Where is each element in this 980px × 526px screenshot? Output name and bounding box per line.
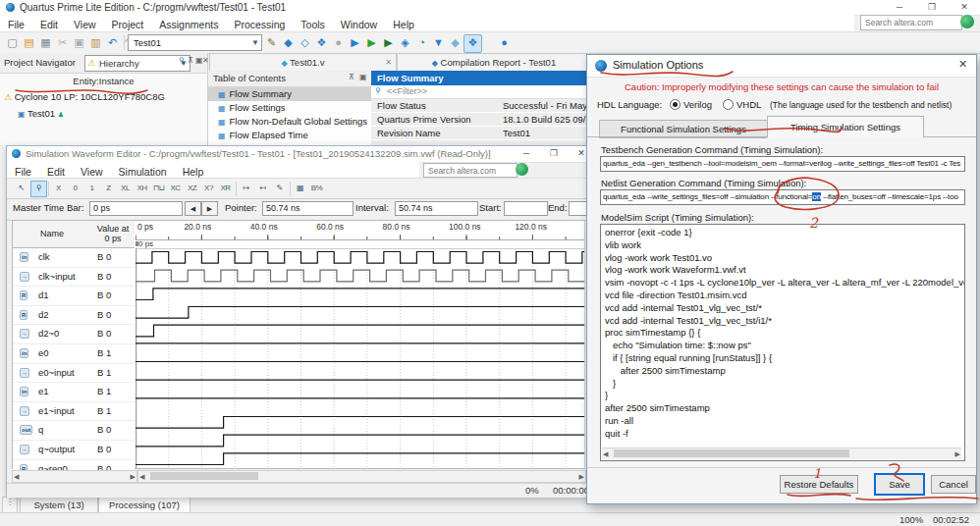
netlist-command-field[interactable]: quartus_eda --write_settings_files=off -… bbox=[600, 189, 965, 205]
wed-menu-edit[interactable]: Edit bbox=[39, 165, 73, 179]
timeline-ruler[interactable]: 0 ps20.0 ns40.0 ns60.0 ns80.0 ns100.0 ns… bbox=[136, 221, 584, 240]
hierarchy-mode-combobox[interactable]: ⚠ Hierarchy ▼ bbox=[84, 55, 191, 72]
paste-icon[interactable]: ▥ bbox=[87, 34, 104, 51]
stop-icon[interactable]: ● bbox=[330, 34, 347, 51]
menu-file[interactable]: File bbox=[0, 18, 32, 31]
close-dialog-icon[interactable]: ✕ bbox=[958, 58, 967, 71]
wave-q~output[interactable] bbox=[136, 435, 584, 447]
tab-system-messages[interactable]: System (13) bbox=[20, 497, 98, 513]
verilog-radio[interactable] bbox=[670, 99, 681, 110]
assignment-editor-icon[interactable]: ✎ bbox=[263, 34, 280, 51]
tab-timing-simulation-settings[interactable]: Timing Simulation Settings bbox=[767, 116, 924, 138]
tab-compilation-report[interactable]: ◆ Compilation Report - Test01 bbox=[397, 53, 591, 71]
forcing-unknown-icon[interactable]: X bbox=[51, 181, 66, 195]
count-value-icon[interactable]: XC bbox=[168, 181, 183, 195]
forcing-high-icon[interactable]: 1 bbox=[84, 181, 99, 195]
report-filter-row[interactable]: ⚲ <<Filter>> bbox=[371, 85, 589, 99]
forcing-low-icon[interactable]: 0 bbox=[68, 181, 82, 195]
save-icon[interactable]: ▦ bbox=[37, 34, 54, 51]
signal-row[interactable]: →clk~inputB 0 bbox=[13, 268, 135, 288]
menu-project[interactable]: Project bbox=[104, 18, 152, 31]
edit-mode-icon[interactable]: ✎ bbox=[272, 181, 287, 195]
wave-clk[interactable] bbox=[136, 252, 584, 264]
wave-d2~0[interactable] bbox=[136, 325, 584, 337]
scroll-right-icon[interactable]: ▶ bbox=[955, 448, 960, 459]
menu-tools[interactable]: Tools bbox=[293, 18, 333, 31]
register-value-icon[interactable]: XR bbox=[218, 181, 233, 195]
testbench-command-field[interactable]: quartus_eda --gen_testbench --tool=model… bbox=[600, 156, 965, 172]
waveform-plot[interactable] bbox=[136, 248, 584, 468]
restore-button[interactable]: ❐ bbox=[919, 1, 945, 14]
forcing-z-icon[interactable]: XZ bbox=[185, 181, 199, 195]
pin-planner-icon[interactable]: ▼ bbox=[430, 34, 447, 51]
overwrite-clock-icon[interactable]: ⊓⊔ bbox=[151, 181, 166, 195]
save-button[interactable]: Save bbox=[874, 473, 925, 496]
scroll-left-icon[interactable]: ◀ bbox=[139, 471, 144, 482]
compile-design-icon[interactable]: ◆ bbox=[280, 34, 297, 51]
signal-row[interactable]: →e1~inputB 1 bbox=[13, 402, 135, 422]
menu-assignments[interactable]: Assignments bbox=[151, 18, 226, 31]
scroll-right-icon[interactable]: ▶ bbox=[579, 471, 584, 482]
fitter-icon[interactable]: ❖ bbox=[313, 34, 330, 51]
pin-icon[interactable]: ⊼ bbox=[349, 73, 354, 81]
navigator-search-icon[interactable]: ⚲ bbox=[179, 56, 185, 65]
entity-tree-item[interactable]: ▣ Test01 ♟ bbox=[18, 108, 64, 119]
gate-simulation-icon[interactable]: ▶ bbox=[380, 34, 397, 51]
cancel-button[interactable]: Cancel bbox=[931, 475, 976, 494]
close-button[interactable]: ✕ bbox=[952, 1, 977, 14]
menu-edit[interactable]: Edit bbox=[32, 18, 66, 31]
signal-row[interactable]: Rd2B 0 bbox=[13, 306, 135, 326]
grid-size-icon[interactable]: ▦ bbox=[293, 181, 307, 195]
radix-icon[interactable]: B% bbox=[309, 181, 324, 195]
pointer-field[interactable]: 50.74 ns bbox=[262, 201, 354, 216]
maximize-button[interactable]: ❐ bbox=[541, 147, 567, 160]
wave-q~reg0[interactable] bbox=[136, 453, 584, 465]
scrollbar-thumb[interactable] bbox=[614, 449, 849, 457]
zoom-tool-icon[interactable]: ⚲ bbox=[30, 181, 47, 197]
timing-analyzer-icon[interactable]: ◔ bbox=[413, 34, 430, 51]
signal-row[interactable]: →q~outputB 0 bbox=[13, 441, 135, 460]
scroll-left-icon[interactable]: ◀ bbox=[603, 448, 608, 459]
menu-window[interactable]: Window bbox=[333, 18, 385, 31]
pin-icon[interactable]: ⊼ bbox=[188, 56, 193, 65]
signal-row[interactable]: →d2~0B 0 bbox=[13, 325, 135, 344]
cursor-handle[interactable] bbox=[136, 241, 138, 246]
wave-d1[interactable] bbox=[136, 289, 584, 300]
start-field[interactable] bbox=[504, 201, 548, 216]
tab-test01v[interactable]: ◆ Test01.v ✕ bbox=[209, 53, 397, 71]
interval-field[interactable]: 50.74 ns bbox=[395, 201, 478, 216]
float-panel-icon[interactable]: ▣ bbox=[359, 73, 367, 81]
waveform-search-input[interactable]: Search altera.com bbox=[423, 163, 517, 178]
verilog-radio-label[interactable]: Verilog bbox=[683, 99, 712, 110]
main-search-globe-icon[interactable] bbox=[960, 15, 974, 28]
signal-row[interactable]: Rd1B 0 bbox=[13, 287, 135, 306]
script-hscrollbar[interactable]: ◀ ▶ bbox=[602, 447, 961, 459]
menu-view[interactable]: View bbox=[66, 18, 104, 31]
signal-row[interactable]: →e0~inputB 1 bbox=[13, 364, 135, 384]
close-tab-icon[interactable]: ✕ bbox=[385, 54, 392, 71]
signal-row[interactable]: outqB 0 bbox=[13, 421, 135, 441]
weak-high-icon[interactable]: XH bbox=[135, 181, 149, 195]
waveform-search-globe-icon[interactable] bbox=[516, 163, 528, 176]
wed-menu-help[interactable]: Help bbox=[175, 165, 212, 179]
toc-item-flow-non-default-global-settings[interactable]: ▦Flow Non-Default Global Settings bbox=[208, 115, 371, 129]
signal-row[interactable]: ine1B 1 bbox=[13, 383, 135, 402]
minimize-button[interactable]: ─ bbox=[887, 1, 912, 14]
programmer-icon[interactable]: ◈ bbox=[397, 34, 413, 51]
open-file-icon[interactable]: ▤ bbox=[21, 34, 37, 51]
vhdl-radio-label[interactable]: VHDL bbox=[736, 99, 761, 110]
eda-netlist-writer-icon[interactable]: ◆ bbox=[447, 34, 463, 51]
new-file-icon[interactable]: ▢ bbox=[4, 34, 21, 51]
scroll-left-icon[interactable]: ◀ bbox=[14, 471, 19, 482]
names-hscrollbar[interactable]: ◀ ▶ bbox=[12, 470, 137, 483]
copy-icon[interactable]: ▣ bbox=[71, 34, 87, 51]
wed-menu-file[interactable]: File bbox=[7, 165, 39, 179]
feedback-icon[interactable]: ● bbox=[496, 34, 513, 51]
menu-processing[interactable]: Processing bbox=[226, 18, 293, 31]
wave-d2[interactable] bbox=[136, 307, 584, 319]
tab-processing-messages[interactable]: Processing (107) bbox=[98, 497, 191, 513]
start-compilation-icon[interactable]: ▶ bbox=[347, 34, 363, 51]
wed-menu-simulation[interactable]: Simulation bbox=[111, 165, 175, 179]
vhdl-radio[interactable] bbox=[723, 99, 734, 110]
close-panel-icon[interactable]: ✕ bbox=[202, 56, 209, 65]
